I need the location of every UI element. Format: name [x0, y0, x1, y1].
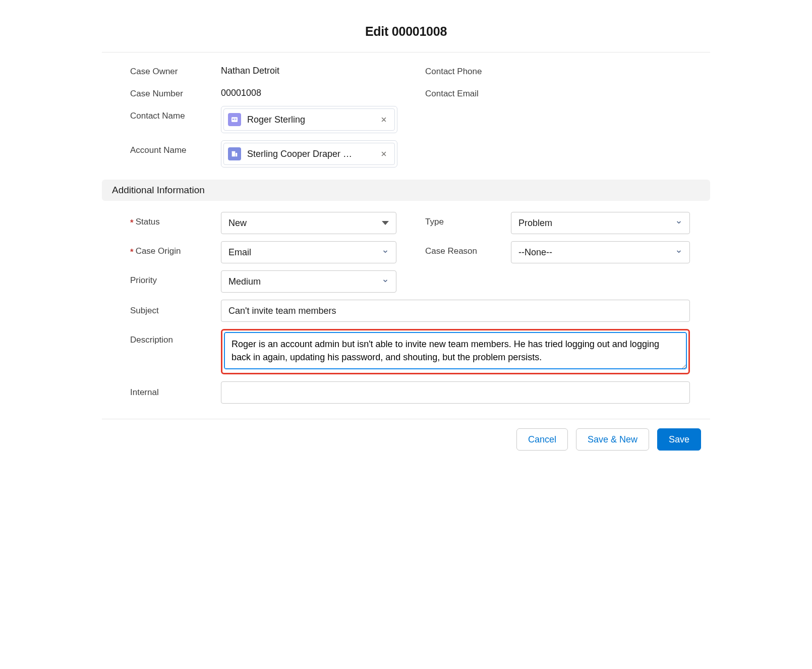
type-value: Problem: [518, 218, 552, 229]
contact-phone-label: Contact Phone: [425, 62, 511, 77]
account-name-clear-icon[interactable]: [378, 148, 389, 159]
contact-name-lookup[interactable]: Roger Sterling: [221, 106, 397, 133]
form-body: Case Owner Nathan Detroit Contact Phone …: [102, 62, 710, 168]
case-reason-value: --None--: [518, 247, 552, 258]
contact-icon: [228, 113, 241, 126]
svg-rect-5: [236, 153, 237, 156]
chevron-down-icon: [382, 221, 389, 225]
contact-name-text: Roger Sterling: [247, 115, 372, 125]
type-label: Type: [425, 212, 511, 227]
svg-rect-2: [235, 119, 237, 119]
internal-input[interactable]: [221, 381, 690, 404]
contact-phone-value: [511, 62, 690, 66]
chevron-down-icon: [675, 247, 682, 258]
status-select[interactable]: New: [221, 212, 396, 234]
description-highlight: [221, 329, 690, 374]
description-label: Description: [130, 329, 221, 345]
internal-label: Internal: [130, 381, 221, 398]
priority-select[interactable]: Medium: [221, 270, 396, 293]
case-number-value: 00001008: [221, 84, 405, 98]
section-additional-information: Additional Information: [102, 180, 710, 201]
case-owner-value: Nathan Detroit: [221, 62, 405, 76]
contact-name-label: Contact Name: [130, 106, 221, 121]
description-textarea[interactable]: [224, 332, 687, 369]
priority-value: Medium: [228, 276, 261, 287]
subject-label: Subject: [130, 300, 221, 316]
cancel-button[interactable]: Cancel: [516, 428, 568, 451]
type-select[interactable]: Problem: [511, 212, 690, 234]
account-name-lookup[interactable]: Sterling Cooper Draper …: [221, 140, 397, 168]
chevron-down-icon: [382, 276, 389, 287]
case-number-label: Case Number: [130, 84, 221, 99]
account-name-label: Account Name: [130, 140, 221, 155]
modal-title: Edit 00001008: [102, 24, 710, 39]
case-origin-label: Case Origin: [130, 241, 221, 256]
status-label: Status: [130, 212, 221, 227]
modal-footer: Cancel Save & New Save: [102, 419, 710, 463]
account-icon: [228, 147, 241, 160]
svg-rect-3: [235, 120, 237, 120]
svg-rect-4: [232, 151, 236, 157]
contact-name-pill[interactable]: Roger Sterling: [223, 108, 395, 131]
svg-rect-1: [233, 119, 234, 120]
chevron-down-icon: [382, 247, 389, 258]
subject-input[interactable]: [221, 300, 690, 322]
contact-email-label: Contact Email: [425, 84, 511, 99]
edit-case-modal: Edit 00001008 Case Owner Nathan Detroit …: [102, 0, 710, 463]
account-name-text: Sterling Cooper Draper …: [247, 149, 372, 159]
case-reason-select[interactable]: --None--: [511, 241, 690, 263]
status-value: New: [228, 218, 247, 229]
case-origin-select[interactable]: Email: [221, 241, 396, 263]
header-divider: [102, 52, 710, 52]
save-button[interactable]: Save: [657, 428, 701, 451]
contact-email-value: [511, 84, 690, 88]
additional-info-body: Status New Type Problem Case Origin Emai: [102, 212, 710, 404]
save-and-new-button[interactable]: Save & New: [576, 428, 649, 451]
chevron-down-icon: [675, 218, 682, 229]
case-origin-value: Email: [228, 247, 251, 258]
case-reason-label: Case Reason: [425, 241, 511, 256]
contact-name-clear-icon[interactable]: [378, 114, 389, 125]
case-owner-label: Case Owner: [130, 62, 221, 77]
account-name-pill[interactable]: Sterling Cooper Draper …: [223, 143, 395, 165]
priority-label: Priority: [130, 270, 221, 286]
